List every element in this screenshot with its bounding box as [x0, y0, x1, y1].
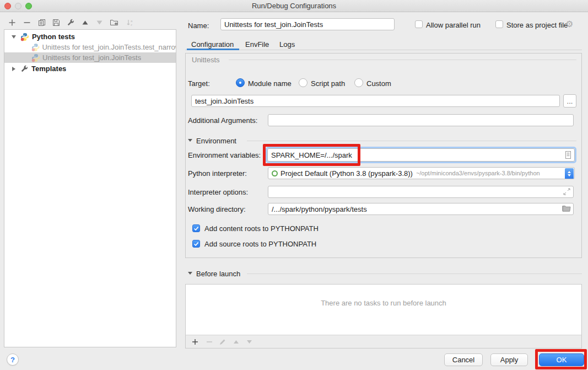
arrow-up-icon	[82, 19, 89, 26]
move-up-button[interactable]	[79, 17, 90, 28]
sort-az-icon: az	[126, 19, 134, 26]
minimize-window-button[interactable]	[15, 3, 21, 9]
python-tests-icon	[31, 53, 40, 62]
conda-env-icon	[272, 170, 278, 176]
before-launch-empty-message: There are no tasks to run before launch	[186, 299, 581, 307]
gear-icon[interactable]: ⚙	[565, 19, 573, 29]
tree-item-label: Unittests for test_join.JoinTests.test_n…	[42, 43, 176, 51]
edit-templates-button[interactable]	[65, 17, 76, 28]
add-configuration-button[interactable]	[7, 17, 18, 28]
python-tests-icon	[31, 43, 40, 52]
before-launch-panel: There are no tasks to run before launch	[185, 284, 582, 348]
apply-button[interactable]: Apply	[490, 353, 528, 366]
move-task-up-button	[231, 337, 241, 346]
allow-parallel-run-label[interactable]: Allow parallel run	[426, 21, 481, 29]
remove-configuration-button[interactable]	[21, 17, 33, 28]
allow-parallel-run-checkbox[interactable]	[415, 20, 423, 28]
radio-script-path[interactable]	[299, 78, 308, 87]
help-button[interactable]: ?	[7, 353, 19, 366]
sort-configurations-button: az	[125, 17, 136, 28]
wrench-icon	[67, 19, 74, 26]
copy-icon	[38, 19, 46, 26]
interpreter-options-label: Interpreter options:	[188, 188, 248, 196]
folder-icon	[562, 205, 571, 212]
environment-divider	[247, 141, 576, 141]
run-debug-configurations-dialog: Run/Debug Configurations az Python tests	[0, 0, 588, 370]
new-folder-button[interactable]	[109, 17, 120, 28]
check-icon	[193, 242, 199, 246]
active-tab-underline	[187, 49, 239, 50]
tab-envfile[interactable]: EnvFile	[245, 40, 269, 49]
tree-item-label: Python tests	[32, 33, 75, 41]
wrench-icon	[20, 65, 28, 73]
add-content-roots-label[interactable]: Add content roots to PYTHONPATH	[204, 224, 319, 233]
arrow-up-icon	[233, 339, 239, 345]
sort-z-letter: z	[131, 23, 132, 26]
python-tests-icon	[20, 33, 29, 41]
browse-target-button[interactable]: ...	[563, 94, 576, 108]
add-source-roots-label[interactable]: Add source roots to PYTHONPATH	[204, 240, 316, 248]
tab-logs[interactable]: Logs	[279, 40, 295, 49]
before-launch-title[interactable]: Before launch	[196, 270, 240, 278]
tab-configuration[interactable]: Configuration	[191, 40, 234, 49]
add-content-roots-checkbox[interactable]	[192, 224, 200, 232]
folder-add-icon	[110, 19, 118, 26]
unittests-group-title: Unittests	[192, 56, 220, 64]
sort-a-letter: a	[131, 19, 133, 23]
environment-collapse-icon[interactable]	[188, 139, 192, 142]
radio-custom[interactable]	[354, 78, 363, 87]
tree-item-unittests-test-narrow[interactable]: Unittests for test_join.JoinTests.test_n…	[4, 42, 176, 52]
additional-arguments-label: Additional Arguments:	[188, 116, 257, 125]
tree-item-unittests-jointests-selected[interactable]: Unittests for test_join.JoinTests	[4, 52, 176, 63]
working-directory-label: Working directory:	[188, 205, 246, 213]
arrow-down-icon	[246, 339, 252, 345]
additional-arguments-input[interactable]	[268, 114, 574, 126]
add-source-roots-checkbox[interactable]	[192, 240, 200, 248]
tree-item-templates[interactable]: Templates	[4, 63, 176, 74]
tree-item-label: Unittests for test_join.JoinTests	[42, 53, 141, 62]
zoom-window-button[interactable]	[25, 3, 32, 9]
tabbar-divider	[185, 50, 582, 50]
name-label: Name:	[188, 22, 209, 30]
dropdown-stepper-icon[interactable]	[565, 168, 574, 179]
tree-item-label: Templates	[31, 65, 66, 73]
environment-section-title[interactable]: Environment	[196, 137, 236, 145]
target-module-input[interactable]	[191, 95, 560, 107]
radio-module-name-label[interactable]: Module name	[248, 79, 292, 88]
close-window-button[interactable]	[4, 3, 11, 9]
name-input[interactable]	[220, 18, 395, 30]
radio-module-name[interactable]	[236, 78, 245, 87]
tree-item-python-tests[interactable]: Python tests	[4, 31, 176, 42]
python-interpreter-label: Python interpreter:	[188, 169, 247, 178]
copy-configuration-button[interactable]	[36, 17, 47, 28]
collapsed-chevron-icon[interactable]	[12, 67, 15, 71]
edit-env-vars-button[interactable]	[564, 151, 573, 159]
store-as-project-file-checkbox[interactable]	[495, 20, 503, 28]
arrow-down-icon	[96, 19, 103, 26]
minus-icon	[206, 339, 213, 345]
environment-variables-input[interactable]	[267, 148, 575, 162]
working-directory-input[interactable]	[268, 203, 574, 215]
interpreter-options-input[interactable]	[268, 186, 574, 198]
minus-icon	[23, 19, 31, 26]
plus-icon	[8, 19, 16, 26]
edit-task-button	[218, 337, 228, 346]
configurations-tree: Python tests Unittests for test_join.Joi…	[4, 29, 176, 347]
python-interpreter-select[interactable]: Project Default (Python 3.8 (pyspark-3.8…	[268, 167, 575, 179]
move-down-button	[94, 17, 105, 28]
title-bar: Run/Debug Configurations	[0, 0, 588, 12]
store-as-project-file-label[interactable]: Store as project file	[506, 21, 568, 29]
ok-button[interactable]: OK	[539, 353, 584, 366]
save-configuration-button[interactable]	[51, 17, 62, 28]
before-launch-collapse-icon[interactable]	[188, 272, 192, 275]
expand-field-button[interactable]	[563, 188, 570, 197]
move-task-down-button	[244, 337, 254, 346]
radio-custom-label[interactable]: Custom	[366, 79, 391, 88]
browse-folder-button[interactable]	[562, 205, 571, 213]
radio-script-path-label[interactable]: Script path	[311, 79, 345, 88]
add-task-button[interactable]	[190, 337, 200, 346]
cancel-button[interactable]: Cancel	[444, 353, 483, 366]
expanded-chevron-icon[interactable]	[12, 35, 16, 39]
group-divider	[229, 60, 576, 60]
environment-variables-label: Environment variables:	[188, 151, 261, 159]
